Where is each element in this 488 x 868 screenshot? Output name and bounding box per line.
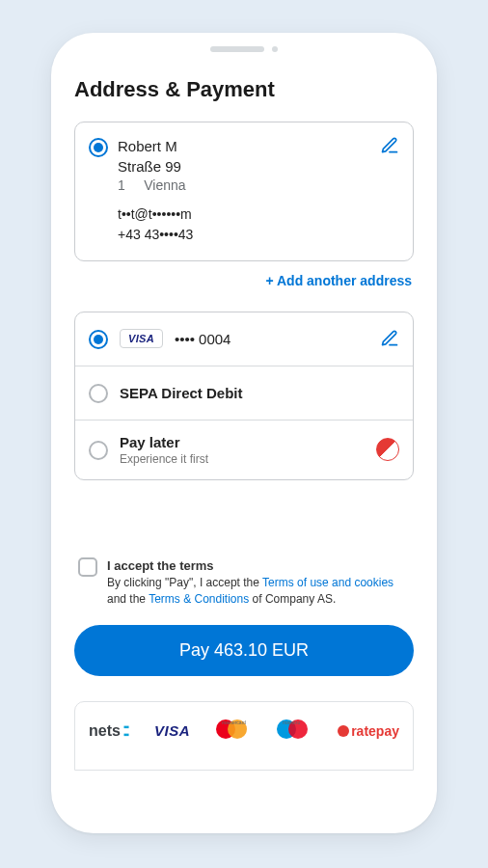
address-card[interactable]: Robert M Straße 99 1 Vienna t••t@t••••••… <box>74 122 414 261</box>
address-radio-selected[interactable] <box>89 138 108 157</box>
payment-method-card[interactable]: VISA •••• 0004 <box>75 312 413 366</box>
ratepay-logo-icon: ratepay <box>338 723 399 739</box>
address-zip: 1 <box>118 177 125 193</box>
nets-logo-icon: nets▪▪▪▪ <box>89 722 128 740</box>
visa-badge-icon: VISA <box>120 329 163 348</box>
checkout-screen: Address & Payment Robert M Straße 99 1 V… <box>51 52 437 833</box>
phone-frame: Address & Payment Robert M Straße 99 1 V… <box>51 33 437 833</box>
payment-method-list: VISA •••• 0004 SEPA Direct Debit Pay lat… <box>74 312 414 480</box>
pencil-icon[interactable] <box>380 136 399 155</box>
mastercard-logo-icon: mastercard <box>216 719 251 743</box>
payment-method-paylater[interactable]: Pay later Experience it first <box>75 420 413 479</box>
address-street: Straße 99 <box>118 156 370 176</box>
terms-title: I accept the terms <box>107 558 214 573</box>
maestro-logo-icon: maestro <box>277 719 312 743</box>
paylater-brand-icon <box>376 438 399 461</box>
terms-checkbox[interactable] <box>78 557 97 577</box>
address-phone: +43 43••••43 <box>118 226 370 245</box>
terms-conditions-link[interactable]: Terms & Conditions <box>149 592 249 606</box>
address-details: Robert M Straße 99 1 Vienna t••t@t••••••… <box>118 136 370 245</box>
address-city: Vienna <box>144 177 185 193</box>
visa-logo-icon: VISA <box>154 722 190 739</box>
payment-brand-footer: nets▪▪▪▪ VISA mastercard maestro ratepay <box>74 701 414 771</box>
pay-button[interactable]: Pay 463.10 EUR <box>74 625 414 676</box>
payment-radio-sepa[interactable] <box>89 384 108 403</box>
paylater-label: Pay later <box>120 434 180 450</box>
paylater-sub: Experience it first <box>120 452 365 466</box>
address-email: t••t@t••••••m <box>118 205 370 225</box>
terms-of-use-link[interactable]: Terms of use and cookies <box>262 576 393 589</box>
card-masked-number: •••• 0004 <box>175 331 368 347</box>
terms-row: I accept the terms By clicking "Pay", I … <box>74 557 414 608</box>
payment-radio-card[interactable] <box>89 330 108 349</box>
pencil-icon[interactable] <box>380 329 399 348</box>
terms-text: I accept the terms By clicking "Pay", I … <box>107 557 410 608</box>
page-title: Address & Payment <box>74 77 414 102</box>
address-name: Robert M <box>118 136 370 156</box>
phone-notch <box>51 33 437 52</box>
sepa-label: SEPA Direct Debit <box>120 385 399 401</box>
payment-radio-paylater[interactable] <box>89 441 108 460</box>
payment-method-sepa[interactable]: SEPA Direct Debit <box>75 366 413 420</box>
add-address-link[interactable]: + Add another address <box>74 273 412 288</box>
